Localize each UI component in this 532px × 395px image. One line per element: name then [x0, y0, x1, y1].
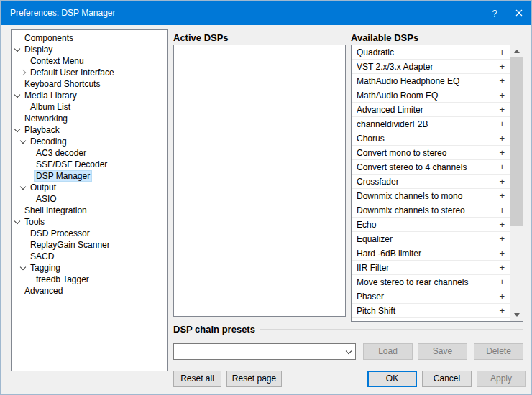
available-dsp-row[interactable]: Crossfader+ — [352, 175, 510, 189]
add-dsp-icon[interactable]: + — [497, 119, 506, 129]
add-dsp-icon[interactable]: + — [497, 292, 506, 301]
available-dsp-row[interactable]: Convert stereo to 4 channels+ — [352, 160, 510, 175]
tree-item-output[interactable]: Output — [12, 182, 167, 193]
add-dsp-icon[interactable]: + — [497, 90, 506, 100]
add-dsp-icon[interactable]: + — [497, 177, 506, 186]
tree-item-ac3-decoder[interactable]: AC3 decoder — [12, 147, 167, 159]
add-dsp-icon[interactable]: + — [497, 134, 506, 143]
add-dsp-icon[interactable]: + — [497, 220, 506, 229]
tree-item-asio[interactable]: ASIO — [12, 193, 167, 205]
close-button[interactable] — [507, 1, 531, 25]
available-dsp-row[interactable]: Downmix channels to mono+ — [352, 189, 510, 203]
add-dsp-icon[interactable]: + — [497, 105, 506, 114]
available-dsp-row[interactable]: Echo+ — [352, 218, 510, 232]
vertical-scrollbar[interactable] — [510, 45, 523, 321]
reset-page-button[interactable]: Reset page — [226, 371, 282, 387]
available-dsp-row[interactable]: IIR Filter+ — [352, 261, 510, 275]
tree-item-keyboard-shortcuts[interactable]: Keyboard Shortcuts — [12, 78, 167, 90]
available-dsp-row[interactable]: Equalizer+ — [352, 232, 510, 246]
tree-item-label: Album List — [29, 102, 72, 112]
available-dsps-list[interactable]: Quadratic+VST 2.x/3.x Adapter+MathAudio … — [351, 45, 523, 322]
scroll-down-button[interactable] — [510, 309, 523, 321]
delete-button[interactable]: Delete — [474, 343, 523, 360]
load-button[interactable]: Load — [363, 343, 413, 360]
add-dsp-icon[interactable]: + — [497, 234, 506, 243]
available-dsp-row[interactable]: Pitch Shift+ — [352, 304, 510, 318]
tree-item-dsp-manager[interactable]: DSP Manager — [12, 170, 167, 182]
dsp-chain-presets-group: DSP chain presets — [173, 324, 523, 335]
available-dsp-row[interactable]: Quadratic+ — [352, 45, 510, 60]
add-dsp-icon[interactable]: + — [497, 62, 506, 71]
add-dsp-icon[interactable]: + — [497, 277, 506, 287]
combo-dropdown-button[interactable] — [342, 344, 355, 359]
scroll-up-button[interactable] — [510, 45, 523, 57]
tree-item-decoding[interactable]: Decoding — [12, 136, 167, 147]
tree-item-ssf-dsf-decoder[interactable]: SSF/DSF Decoder — [12, 159, 167, 170]
available-dsp-row[interactable]: VST 2.x/3.x Adapter+ — [352, 60, 510, 74]
add-dsp-icon[interactable]: + — [497, 191, 506, 200]
available-dsp-row[interactable]: Hard -6dB limiter+ — [352, 246, 510, 261]
chevron-down-icon[interactable] — [12, 48, 23, 51]
available-dsp-row[interactable]: Move stereo to rear channels+ — [352, 275, 510, 289]
preferences-tree[interactable]: ComponentsDisplayContext MenuDefault Use… — [11, 29, 168, 371]
preset-combo-input[interactable] — [174, 347, 342, 357]
tree-item-label: Decoding — [29, 136, 68, 147]
chevron-down-icon[interactable] — [17, 266, 29, 269]
chevron-down-icon[interactable] — [17, 140, 29, 143]
scrollbar-thumb[interactable] — [510, 57, 523, 226]
tree-item-components[interactable]: Components — [12, 32, 167, 44]
tree-item-tools[interactable]: Tools — [12, 216, 167, 228]
available-dsp-row[interactable]: Advanced Limiter+ — [352, 103, 510, 117]
chevron-right-icon[interactable] — [17, 70, 29, 75]
tree-item-dsd-processor[interactable]: DSD Processor — [12, 228, 167, 239]
available-dsp-row[interactable]: MathAudio Headphone EQ+ — [352, 74, 510, 88]
tree-item-networking[interactable]: Networking — [12, 113, 167, 124]
add-dsp-icon[interactable]: + — [497, 47, 506, 57]
tree-item-sacd[interactable]: SACD — [12, 251, 167, 262]
preset-combo[interactable] — [173, 343, 356, 360]
dsp-name: Downmix channels to mono — [357, 191, 497, 201]
reset-all-button[interactable]: Reset all — [173, 371, 221, 387]
add-dsp-icon[interactable]: + — [497, 148, 506, 157]
ok-button[interactable]: OK — [367, 371, 417, 387]
tree-item-album-list[interactable]: Album List — [12, 101, 167, 113]
tree-item-media-library[interactable]: Media Library — [12, 90, 167, 101]
available-dsp-row[interactable]: Convert mono to stereo+ — [352, 146, 510, 160]
add-dsp-icon[interactable]: + — [497, 162, 506, 172]
tree-item-advanced[interactable]: Advanced — [12, 285, 167, 297]
add-dsp-icon[interactable]: + — [497, 263, 506, 272]
dsp-name: Phaser — [357, 292, 497, 302]
tree-item-default-user-interface[interactable]: Default User Interface — [12, 67, 167, 78]
tree-item-tagging[interactable]: Tagging — [12, 262, 167, 274]
apply-button[interactable]: Apply — [477, 371, 526, 387]
available-dsp-row[interactable]: channeldividerF2B+ — [352, 117, 510, 131]
save-button[interactable]: Save — [418, 343, 467, 360]
available-dsp-row[interactable]: MathAudio Room EQ+ — [352, 88, 510, 103]
tree-item-context-menu[interactable]: Context Menu — [12, 55, 167, 67]
active-dsps-list[interactable] — [173, 45, 346, 317]
add-dsp-icon[interactable]: + — [497, 76, 506, 85]
cancel-button[interactable]: Cancel — [422, 371, 472, 387]
available-dsp-row[interactable]: Phaser+ — [352, 289, 510, 304]
chevron-down-icon[interactable] — [12, 129, 23, 131]
dsp-name: Echo — [357, 220, 497, 230]
add-dsp-icon[interactable]: + — [497, 248, 506, 258]
tree-item-label: DSD Processor — [29, 228, 91, 238]
tree-item-label: Shell Integration — [23, 205, 88, 215]
add-dsp-icon[interactable]: + — [497, 205, 506, 215]
tree-item-display[interactable]: Display — [12, 44, 167, 55]
chevron-down-icon[interactable] — [12, 94, 23, 97]
help-button[interactable]: ? — [482, 1, 507, 25]
tree-item-label: Output — [29, 182, 58, 192]
tree-item-freedb-tagger[interactable]: freedb Tagger — [12, 274, 167, 285]
available-dsp-row[interactable]: Downmix channels to stereo+ — [352, 203, 510, 218]
chevron-shape — [20, 138, 26, 144]
available-dsp-row[interactable]: Chorus+ — [352, 131, 510, 146]
chevron-down-icon — [346, 348, 352, 353]
tree-item-replaygain-scanner[interactable]: ReplayGain Scanner — [12, 239, 167, 251]
chevron-down-icon[interactable] — [12, 220, 23, 223]
tree-item-playback[interactable]: Playback — [12, 124, 167, 136]
tree-item-shell-integration[interactable]: Shell Integration — [12, 205, 167, 216]
add-dsp-icon[interactable]: + — [497, 306, 506, 315]
chevron-down-icon[interactable] — [17, 186, 29, 189]
